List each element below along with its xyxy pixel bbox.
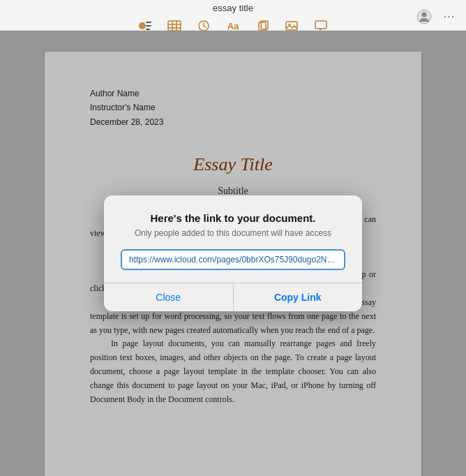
modal-buttons: Close Copy Link: [104, 283, 362, 311]
svg-rect-4: [168, 21, 181, 31]
close-button[interactable]: Close: [104, 283, 234, 311]
modal-title: Here's the link to your document.: [121, 212, 345, 224]
svg-rect-2: [146, 25, 151, 27]
title-bar: essay title: [0, 0, 466, 31]
share-link-modal: Here's the link to your document. Only p…: [104, 195, 362, 311]
modal-subtitle: Only people added to this document will …: [121, 228, 345, 238]
svg-rect-14: [286, 22, 297, 30]
toolbar-right: ···: [414, 7, 459, 27]
modal-link[interactable]: https://www.icloud.com/pages/0bbrXOs75J9…: [121, 249, 345, 270]
more-icon[interactable]: ···: [439, 7, 459, 27]
copy-link-button[interactable]: Copy Link: [234, 283, 363, 311]
svg-rect-16: [315, 21, 326, 29]
svg-line-11: [204, 26, 206, 27]
svg-point-19: [422, 13, 427, 17]
modal-overlay: Here's the link to your document. Only p…: [0, 31, 466, 476]
user-icon[interactable]: [414, 7, 434, 27]
svg-point-0: [139, 22, 146, 29]
svg-rect-1: [146, 22, 151, 23]
document-area: Author Name Instructor's Name December 2…: [0, 31, 466, 476]
svg-rect-3: [146, 29, 150, 30]
document-title: essay title: [0, 3, 466, 13]
